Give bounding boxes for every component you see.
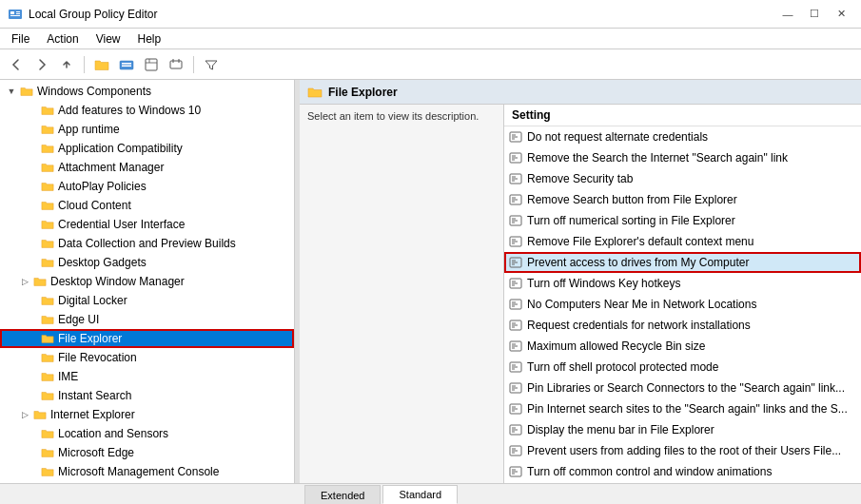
setting-icon-s9 [508,297,523,312]
tree-item-microsoft-edge[interactable]: Microsoft Edge [0,443,294,462]
tree-label-ms-mgmt: Microsoft Management Console [58,465,219,478]
tree-label-app-compat: Application Compatibility [58,142,183,155]
setting-row-s7[interactable]: Prevent access to drives from My Compute… [504,252,861,273]
tab-extended[interactable]: Extended [304,485,381,504]
setting-label-s11: Maximum allowed Recycle Bin size [527,339,705,353]
setting-icon-s12 [508,359,523,375]
setting-icon-s3 [508,171,523,186]
expand-icon-ie[interactable]: ▷ [17,407,32,422]
setting-row-s13[interactable]: Pin Libraries or Search Connectors to th… [504,378,861,398]
tree-item-application-compatibility[interactable]: Application Compatibility [0,139,294,158]
tree-item-internet-explorer[interactable]: ▷ Internet Explorer [0,405,294,424]
folder-icon-digital-locker [40,293,55,308]
folder-icon-instant-search [40,388,55,403]
tree-item-file-revocation[interactable]: File Revocation [0,348,294,367]
tree-item-desktop-window-manager[interactable]: ▷ Desktop Window Manager [0,272,294,291]
svg-rect-3 [16,13,20,14]
tree-item-instant-search[interactable]: Instant Search [0,386,294,405]
setting-icon-s15 [508,422,523,437]
tree-label-app-runtime: App runtime [58,123,120,136]
tree-item-app-runtime[interactable]: App runtime [0,120,294,139]
filter-button[interactable] [200,53,223,76]
tree-item-ms-mgmt-console[interactable]: Microsoft Management Console [0,462,294,481]
close-button[interactable]: ✕ [829,5,853,24]
maximize-button[interactable]: ☐ [802,5,827,24]
menu-action[interactable]: Action [39,30,86,48]
right-panel-header: File Explorer [300,80,861,105]
setting-row-s1[interactable]: Do not request alternate credentials [504,126,861,147]
description-text: Select an item to view its description. [307,110,479,122]
setting-icon-s4 [508,192,523,207]
setting-row-s17[interactable]: Turn off common control and window anima… [504,461,861,482]
setting-row-s10[interactable]: Request credentials for network installa… [504,315,861,336]
folder-icon-file-explorer [40,331,55,346]
svg-rect-7 [122,65,131,67]
tree-item-windows-components[interactable]: ▼ Windows Components [0,82,294,101]
setting-row-s11[interactable]: Maximum allowed Recycle Bin size [504,336,861,357]
setting-row-s3[interactable]: Remove Security tab [504,168,861,189]
setting-row-s16[interactable]: Prevent users from adding files to the r… [504,440,861,461]
toolbar-separator-1 [84,56,85,73]
tree-item-data-collection[interactable]: Data Collection and Preview Builds [0,234,294,253]
tree-item-edge-ui[interactable]: Edge UI [0,310,294,329]
tree-item-digital-locker[interactable]: Digital Locker [0,291,294,310]
menu-help[interactable]: Help [130,30,169,48]
expand-icon-dwm[interactable]: ▷ [17,274,32,289]
tree-item-location-sensors[interactable]: Location and Sensors [0,424,294,443]
tree-label-ms-edge: Microsoft Edge [58,446,134,459]
settings-list[interactable]: Do not request alternate credentials Rem… [504,126,861,483]
tree-label-dwm: Desktop Window Manager [50,275,185,288]
setting-row-s15[interactable]: Display the menu bar in File Explorer [504,419,861,440]
setting-row-s9[interactable]: No Computers Near Me in Network Location… [504,294,861,315]
menu-view[interactable]: View [88,30,128,48]
minimize-button[interactable]: — [775,5,800,24]
setting-row-s14[interactable]: Pin Internet search sites to the "Search… [504,398,861,419]
tree-item-cloud-content[interactable]: Cloud Content [0,196,294,215]
toolbar-folder-btn-1[interactable] [90,53,113,76]
tree-label-instant-search: Instant Search [58,389,131,402]
window-title: Local Group Policy Editor [29,8,157,21]
tree-item-autoplay[interactable]: AutoPlay Policies [0,177,294,196]
toolbar-btn-3[interactable] [140,53,163,76]
setting-row-s8[interactable]: Turn off Windows Key hotkeys [504,273,861,294]
menu-file[interactable]: File [4,30,37,48]
folder-icon-ie [32,407,48,422]
toolbar-folder-btn-2[interactable] [115,53,138,76]
folder-icon-windows-components [19,84,34,99]
tree-label-file-explorer: File Explorer [58,332,122,345]
setting-row-s5[interactable]: Turn off numerical sorting in File Explo… [504,210,861,231]
tree-label-autoplay: AutoPlay Policies [58,180,147,193]
setting-label-s2: Remove the Search the Internet "Search a… [527,151,788,165]
folder-icon-edge-ui [40,312,55,327]
setting-icon-s2 [508,150,523,165]
tree-item-add-features[interactable]: ▷ Add features to Windows 10 [0,101,294,120]
setting-label-s13: Pin Libraries or Search Connectors to th… [527,381,845,395]
up-button[interactable] [55,53,78,76]
tree-item-desktop-gadgets[interactable]: Desktop Gadgets [0,253,294,272]
tree-item-attachment-manager[interactable]: Attachment Manager [0,158,294,177]
setting-label-s6: Remove File Explorer's default context m… [527,235,753,248]
toolbar-btn-4[interactable] [165,53,187,76]
tree-container[interactable]: ▼ Windows Components ▷ Add features to W… [0,80,294,483]
tree-item-credential-ui[interactable]: Credential User Interface [0,215,294,234]
setting-row-s6[interactable]: Remove File Explorer's default context m… [504,231,861,252]
setting-row-s4[interactable]: Remove Search button from File Explorer [504,189,861,210]
tree-label-credential: Credential User Interface [58,218,185,231]
setting-label-s3: Remove Security tab [527,172,633,185]
svg-rect-11 [170,61,182,68]
tree-item-ime[interactable]: IME [0,367,294,386]
setting-row-s12[interactable]: Turn off shell protocol protected mode [504,357,861,378]
back-button[interactable] [6,53,29,76]
tree-label-ime: IME [58,370,78,383]
folder-icon-ime [40,369,55,384]
tree-item-ms-user-exp[interactable]: Microsoft User Experience Virtualiza... [0,481,294,483]
bottom-tabs: Extended Standard [0,483,861,504]
folder-icon-attachment [40,160,55,175]
tab-standard[interactable]: Standard [382,485,458,504]
expand-icon-windows-components[interactable]: ▼ [4,84,19,99]
tree-item-file-explorer[interactable]: File Explorer [0,329,294,348]
setting-label-s12: Turn off shell protocol protected mode [527,360,718,374]
svg-rect-8 [146,59,157,70]
setting-row-s2[interactable]: Remove the Search the Internet "Search a… [504,147,861,168]
forward-button[interactable] [30,53,53,76]
